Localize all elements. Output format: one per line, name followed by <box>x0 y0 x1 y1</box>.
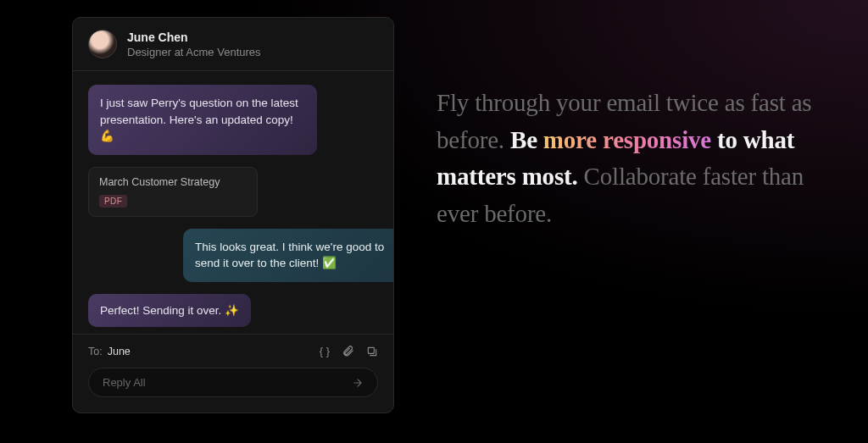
to-label: To: <box>88 346 103 357</box>
message-outgoing: This looks great. I think we're good to … <box>183 229 394 282</box>
attachment-title: March Customer Strategy <box>99 176 247 188</box>
chat-header: June Chen Designer at Acme Ventures <box>73 18 393 71</box>
contact-name: June Chen <box>127 30 261 44</box>
composer: To: June { } Reply All <box>73 334 393 413</box>
attachment-badge: PDF <box>99 195 127 208</box>
composer-to-row: To: June { } <box>88 345 378 357</box>
contact-subtitle: Designer at Acme Ventures <box>127 46 261 58</box>
expand-icon[interactable] <box>366 346 378 357</box>
composer-icons: { } <box>320 345 378 357</box>
message-incoming: I just saw Perry's question on the lates… <box>88 85 317 155</box>
message-incoming: Perfect! Sending it over. ✨ <box>88 294 251 328</box>
attachment-icon[interactable] <box>342 345 354 357</box>
reply-input[interactable]: Reply All <box>88 368 378 397</box>
chat-panel: June Chen Designer at Acme Ventures I ju… <box>72 17 394 413</box>
svg-rect-0 <box>368 347 374 353</box>
avatar <box>88 30 117 58</box>
marketing-be: Be <box>510 126 543 153</box>
composer-to: To: June <box>88 346 131 357</box>
reply-placeholder: Reply All <box>103 376 146 389</box>
header-text: June Chen Designer at Acme Ventures <box>127 30 261 58</box>
send-icon[interactable] <box>352 377 364 389</box>
code-braces-icon[interactable]: { } <box>320 345 330 357</box>
marketing-gradient: more responsive <box>543 126 711 153</box>
attachment-card[interactable]: March Customer Strategy PDF <box>88 167 258 217</box>
marketing-copy: Fly through your email twice as fast as … <box>437 85 843 232</box>
message-thread: I just saw Perry's question on the lates… <box>73 71 393 334</box>
to-name: June <box>108 346 131 357</box>
